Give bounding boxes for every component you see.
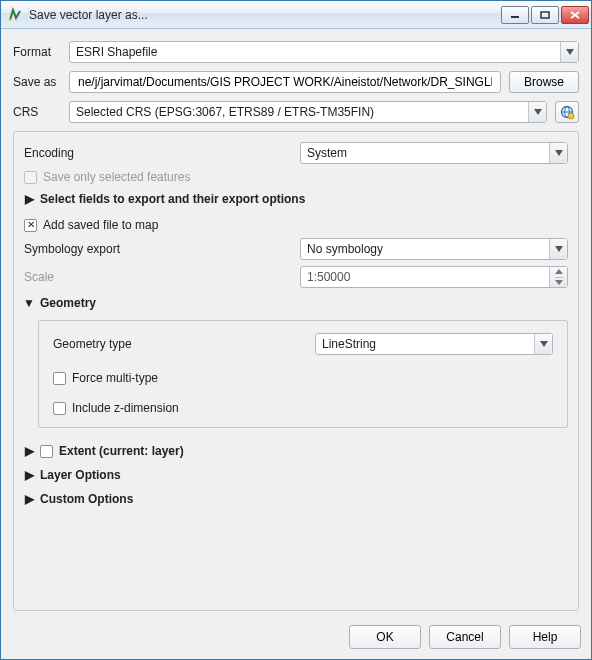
close-button[interactable]	[561, 6, 589, 24]
window-buttons	[501, 6, 589, 24]
globe-icon	[559, 104, 575, 120]
crs-label: CRS	[13, 105, 61, 119]
options-group: Encoding System Save only selected featu…	[13, 131, 579, 611]
saveas-row: Save as Browse	[13, 71, 579, 93]
format-row: Format ESRI Shapefile	[13, 41, 579, 63]
cancel-button[interactable]: Cancel	[429, 625, 501, 649]
chevron-down-icon	[560, 42, 578, 62]
geometry-type-select[interactable]: LineString	[315, 333, 553, 355]
crs-row: CRS Selected CRS (EPSG:3067, ETRS89 / ET…	[13, 101, 579, 123]
crs-select[interactable]: Selected CRS (EPSG:3067, ETRS89 / ETRS-T…	[69, 101, 547, 123]
svg-point-8	[568, 113, 574, 119]
maximize-button[interactable]	[531, 6, 559, 24]
chevron-up-icon	[555, 267, 563, 278]
add-to-map-checkbox[interactable]: ✕	[24, 219, 37, 232]
chevron-right-icon: ▶	[24, 192, 34, 206]
dialog-window: Save vector layer as... Format ESRI Shap…	[0, 0, 592, 660]
symbology-label: Symbology export	[24, 242, 294, 256]
save-selected-label: Save only selected features	[43, 170, 190, 184]
extent-toggle[interactable]: ▶ Extent (current: layer)	[24, 442, 568, 460]
svg-rect-2	[541, 12, 549, 18]
add-to-map-label: Add saved file to map	[43, 218, 158, 232]
chevron-down-icon	[534, 334, 552, 354]
include-z-checkbox[interactable]	[53, 402, 66, 415]
chevron-right-icon: ▶	[24, 468, 34, 482]
geometry-panel: Geometry type LineString Force multi-typ…	[38, 320, 568, 428]
saveas-field[interactable]	[76, 74, 494, 90]
select-fields-label: Select fields to export and their export…	[40, 192, 305, 206]
chevron-down-icon	[528, 102, 546, 122]
svg-point-0	[9, 18, 12, 21]
geometry-toggle[interactable]: ▼ Geometry	[24, 294, 568, 312]
encoding-row: Encoding System	[24, 142, 568, 164]
force-multi-label: Force multi-type	[72, 371, 158, 385]
layer-options-toggle[interactable]: ▶ Layer Options	[24, 466, 568, 484]
geometry-heading: Geometry	[40, 296, 96, 310]
scale-value: 1:50000	[307, 270, 350, 284]
scale-input: 1:50000	[300, 266, 568, 288]
select-fields-toggle[interactable]: ▶ Select fields to export and their expo…	[24, 190, 568, 208]
chevron-right-icon: ▶	[24, 444, 34, 458]
format-value: ESRI Shapefile	[76, 45, 157, 59]
browse-button[interactable]: Browse	[509, 71, 579, 93]
symbology-value: No symbology	[307, 242, 383, 256]
custom-options-label: Custom Options	[40, 492, 133, 506]
custom-options-toggle[interactable]: ▶ Custom Options	[24, 490, 568, 508]
encoding-select[interactable]: System	[300, 142, 568, 164]
dialog-content: Format ESRI Shapefile Save as Browse CRS…	[1, 29, 591, 617]
saveas-label: Save as	[13, 75, 61, 89]
minimize-button[interactable]	[501, 6, 529, 24]
force-multi-checkbox[interactable]	[53, 372, 66, 385]
include-z-label: Include z-dimension	[72, 401, 179, 415]
crs-value: Selected CRS (EPSG:3067, ETRS89 / ETRS-T…	[76, 105, 374, 119]
app-icon	[7, 7, 23, 23]
add-to-map-row: ✕ Add saved file to map	[24, 218, 568, 232]
ok-button[interactable]: OK	[349, 625, 421, 649]
chevron-right-icon: ▶	[24, 492, 34, 506]
chevron-down-icon	[549, 143, 567, 163]
chevron-down-icon	[555, 278, 563, 288]
geometry-type-label: Geometry type	[53, 337, 309, 351]
chevron-down-icon	[549, 239, 567, 259]
saveas-input[interactable]	[69, 71, 501, 93]
extent-label: Extent (current: layer)	[59, 444, 184, 458]
symbology-select[interactable]: No symbology	[300, 238, 568, 260]
geometry-type-value: LineString	[322, 337, 376, 351]
titlebar: Save vector layer as...	[1, 1, 591, 29]
symbology-row: Symbology export No symbology	[24, 238, 568, 260]
save-selected-checkbox	[24, 171, 37, 184]
encoding-value: System	[307, 146, 347, 160]
crs-picker-button[interactable]	[555, 101, 579, 123]
help-button[interactable]: Help	[509, 625, 581, 649]
scale-spinner	[549, 267, 567, 287]
chevron-down-icon: ▼	[24, 296, 34, 310]
dialog-footer: OK Cancel Help	[1, 617, 591, 659]
geometry-type-row: Geometry type LineString	[53, 333, 553, 355]
format-label: Format	[13, 45, 61, 59]
scale-row: Scale 1:50000	[24, 266, 568, 288]
layer-options-label: Layer Options	[40, 468, 121, 482]
extent-checkbox[interactable]	[40, 445, 53, 458]
window-title: Save vector layer as...	[29, 8, 501, 22]
force-multi-row: Force multi-type	[53, 371, 553, 385]
include-z-row: Include z-dimension	[53, 401, 553, 415]
format-select[interactable]: ESRI Shapefile	[69, 41, 579, 63]
scale-label: Scale	[24, 270, 294, 284]
save-selected-row: Save only selected features	[24, 170, 568, 184]
encoding-label: Encoding	[24, 146, 294, 160]
